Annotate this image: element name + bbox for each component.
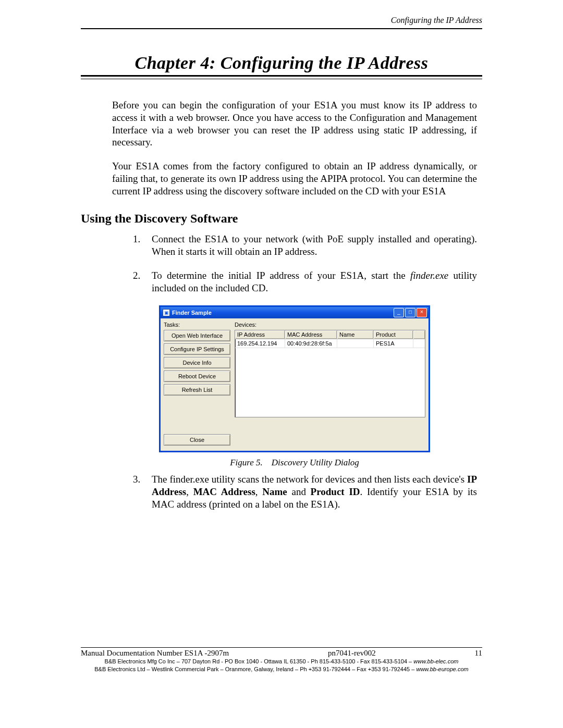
body-block: Before you can begin the configuration o… xyxy=(112,99,477,197)
step-3-name: Name xyxy=(262,486,287,497)
footer-site-1: www.bb-elec.com xyxy=(413,658,458,664)
step-3-e: , xyxy=(255,486,262,497)
ordered-steps-cont: The finder.exe utility scans the network… xyxy=(112,473,477,510)
refresh-list-button[interactable]: Refresh List xyxy=(164,384,230,396)
close-button[interactable]: Close xyxy=(164,434,230,446)
footer-site-2: www.bb-europe.com xyxy=(416,666,468,672)
minimize-button[interactable]: _ xyxy=(394,308,404,317)
col-header-mac[interactable]: MAC Address xyxy=(285,330,337,339)
figure-caption: Figure 5. Discovery Utility Dialog xyxy=(159,458,430,468)
window-body: Tasks: Open Web Interface Configure IP S… xyxy=(161,318,429,451)
paragraph-2: Your ES1A comes from the factory configu… xyxy=(112,160,477,197)
app-icon: ▣ xyxy=(163,309,170,316)
step-2-finder-exe: finder.exe xyxy=(410,270,448,281)
devices-column: Devices: IP Address MAC Address Name Pro… xyxy=(235,322,425,448)
ordered-steps: Connect the ES1A to your network (with P… xyxy=(112,233,477,294)
grid-header-row: IP Address MAC Address Name Product xyxy=(235,330,425,339)
footer-address-1: B&B Electronics Mfg Co Inc – 707 Dayton … xyxy=(81,658,482,665)
tasks-label: Tasks: xyxy=(164,322,230,328)
figure-5: ▣ Finder Sample _ □ × Tasks: Open Web In… xyxy=(159,305,430,468)
step-3-mac: MAC Address xyxy=(193,486,255,497)
step-2-text-a: To determine the initial IP address of y… xyxy=(152,270,410,281)
cell-ip: 169.254.12.194 xyxy=(235,339,285,348)
cell-mac: 00:40:9d:28:6f:5a xyxy=(285,339,337,348)
step-1: Connect the ES1A to your network (with P… xyxy=(133,233,477,258)
chapter-title: Chapter 4: Configuring the IP Address xyxy=(81,53,482,73)
close-window-button[interactable]: × xyxy=(417,308,427,317)
cell-product: PES1A xyxy=(374,339,413,348)
configure-ip-settings-button[interactable]: Configure IP Settings xyxy=(164,343,230,355)
page-number: 11 xyxy=(475,649,482,658)
step-3: The finder.exe utility scans the network… xyxy=(133,473,477,510)
footer-address-2: B&B Electronics Ltd – Westlink Commercia… xyxy=(81,665,482,673)
maximize-button[interactable]: □ xyxy=(405,308,415,317)
cell-name xyxy=(337,339,374,348)
step-2: To determine the initial IP address of y… xyxy=(133,269,477,294)
page-footer: Manual Documentation Number ES1A -2907m … xyxy=(81,647,482,673)
chapter-rule xyxy=(81,75,482,79)
section-heading: Using the Discovery Software xyxy=(81,212,482,226)
footer-doc-number: Manual Documentation Number ES1A -2907m xyxy=(81,649,229,658)
window-titlebar: ▣ Finder Sample _ □ × xyxy=(161,307,429,318)
paragraph-1: Before you can begin the configuration o… xyxy=(112,99,477,149)
col-header-product[interactable]: Product xyxy=(374,330,413,339)
step-3-g: and xyxy=(287,486,311,497)
devices-grid[interactable]: IP Address MAC Address Name Product 169.… xyxy=(235,330,425,417)
figure-caption-text: Discovery Utility Dialog xyxy=(272,458,359,467)
footer-row-1: Manual Documentation Number ES1A -2907m … xyxy=(81,649,482,658)
footer-line2a: B&B Electronics Mfg Co Inc – 707 Dayton … xyxy=(105,658,414,664)
tasks-column: Tasks: Open Web Interface Configure IP S… xyxy=(164,322,230,448)
col-header-spacer xyxy=(413,330,425,339)
reboot-device-button[interactable]: Reboot Device xyxy=(164,371,230,382)
figure-label: Figure 5. xyxy=(230,458,263,467)
device-info-button[interactable]: Device Info xyxy=(164,357,230,368)
window-title: Finder Sample xyxy=(172,310,393,316)
cell-spacer xyxy=(413,339,425,348)
running-header: Configuring the IP Address xyxy=(81,16,482,29)
steps-block: Connect the ES1A to your network (with P… xyxy=(112,233,477,510)
open-web-interface-button[interactable]: Open Web Interface xyxy=(164,330,230,341)
devices-label: Devices: xyxy=(235,322,425,328)
table-row[interactable]: 169.254.12.194 00:40:9d:28:6f:5a PES1A xyxy=(235,339,425,348)
footer-line3a: B&B Electronics Ltd – Westlink Commercia… xyxy=(94,666,416,672)
finder-window: ▣ Finder Sample _ □ × Tasks: Open Web In… xyxy=(159,305,430,452)
col-header-name[interactable]: Name xyxy=(337,330,374,339)
task-spacer xyxy=(164,398,230,434)
footer-part-number: pn7041-rev002 xyxy=(328,649,376,658)
step-3-product: Product ID xyxy=(311,486,360,497)
col-header-ip[interactable]: IP Address xyxy=(235,330,285,339)
step-3-c: , xyxy=(186,486,193,497)
step-3-a: The finder.exe utility scans the network… xyxy=(152,474,467,485)
page: Configuring the IP Address Chapter 4: Co… xyxy=(81,0,482,688)
